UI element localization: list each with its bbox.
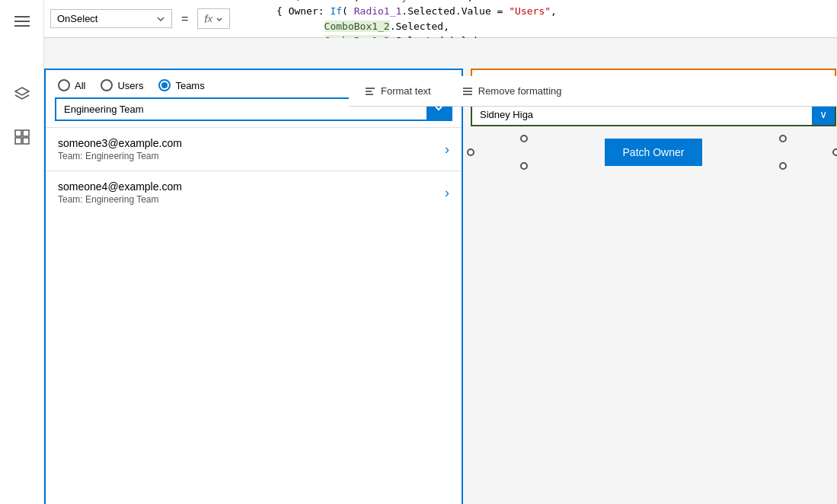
radio-teams-circle: [158, 79, 171, 91]
remove-formatting-button[interactable]: Remove formatting: [455, 82, 568, 100]
list-item-arrow-1: ›: [445, 142, 449, 158]
format-text-button[interactable]: Format text: [358, 82, 437, 100]
handle-top-left[interactable]: [520, 135, 528, 142]
left-panel: All Users Teams Engineering Team someone…: [44, 69, 463, 504]
radio-teams[interactable]: Teams: [158, 79, 204, 91]
formula-bar: OnSelect = fx Patch( Accounts, Gallery1.…: [44, 0, 837, 38]
sidebar-icon-grid[interactable]: [8, 123, 36, 151]
handle-left[interactable]: [467, 148, 474, 156]
list-item-team-2: Team: Engineering Team: [58, 194, 445, 205]
onselect-dropdown[interactable]: OnSelect: [50, 9, 172, 28]
equals-sign: =: [177, 12, 193, 26]
radio-teams-label: Teams: [175, 80, 204, 91]
onselect-label: OnSelect: [57, 13, 156, 24]
canvas-area: Format text Remove formatting All Users: [44, 38, 837, 504]
list-item-arrow-2: ›: [445, 185, 449, 201]
svg-rect-1: [14, 21, 30, 22]
list-item-email-1: someone3@example.com: [58, 137, 445, 149]
radio-all-circle: [58, 79, 70, 91]
radio-users-label: Users: [117, 80, 143, 91]
svg-rect-4: [15, 130, 21, 136]
dropdown-right-arrow: ∨: [812, 104, 835, 125]
remove-formatting-label: Remove formatting: [478, 85, 562, 97]
patch-owner-button[interactable]: Patch Owner: [605, 139, 703, 166]
svg-rect-7: [23, 138, 29, 144]
svg-rect-0: [14, 16, 30, 18]
left-sidebar: [0, 0, 44, 504]
radio-all-label: All: [75, 80, 85, 91]
fx-button[interactable]: fx: [197, 8, 230, 29]
radio-users-circle: [101, 79, 113, 91]
patch-owner-wrapper: Patch Owner: [471, 139, 836, 166]
list-item-team-1: Team: Engineering Team: [58, 151, 445, 161]
svg-marker-3: [15, 88, 29, 95]
radio-users[interactable]: Users: [101, 79, 143, 91]
list-item-2[interactable]: someone4@example.com Team: Engineering T…: [46, 171, 462, 214]
format-text-label: Format text: [381, 85, 431, 97]
radio-all[interactable]: All: [58, 79, 85, 91]
handle-bottom-left[interactable]: [520, 162, 528, 170]
list-item-email-2: someone4@example.com: [58, 180, 445, 193]
list-item[interactable]: someone3@example.com Team: Engineering T…: [46, 127, 462, 171]
svg-rect-2: [14, 25, 30, 27]
format-bar: Format text Remove formatting: [349, 76, 837, 107]
handle-right[interactable]: [832, 148, 837, 156]
list-item-content-2: someone4@example.com Team: Engineering T…: [58, 180, 445, 205]
patch-owner-label: Patch Owner: [623, 146, 685, 158]
sidebar-icon-layers[interactable]: [8, 81, 36, 108]
sidney-higa-value: Sidney Higa: [480, 109, 812, 120]
svg-rect-6: [15, 138, 21, 144]
handle-top-right[interactable]: [779, 135, 787, 142]
list-item-content-1: someone3@example.com Team: Engineering T…: [58, 137, 445, 161]
sidebar-icon-menu[interactable]: [8, 8, 36, 35]
handle-bottom-right[interactable]: [779, 162, 787, 170]
svg-rect-5: [23, 130, 29, 136]
